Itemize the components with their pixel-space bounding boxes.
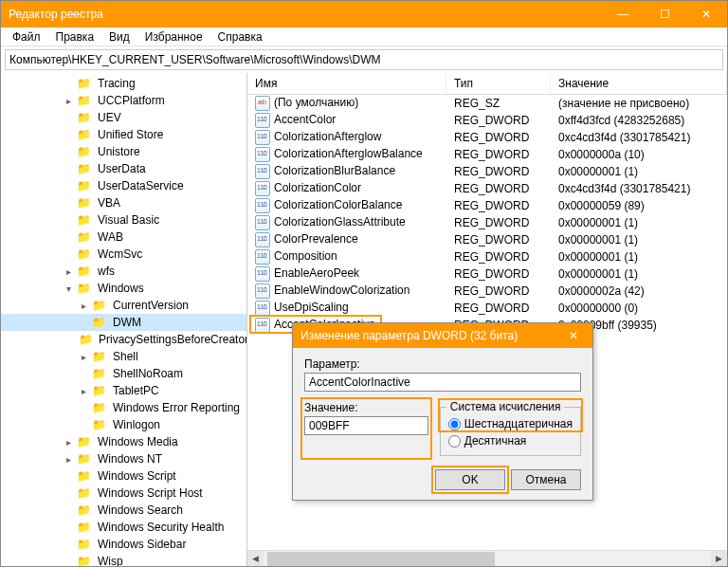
folder-icon: [92, 384, 107, 397]
tree-toggle-icon[interactable]: ▸: [62, 265, 75, 278]
tree-item-label: Windows Sidebar: [96, 538, 188, 551]
tree-item-shellnoroam[interactable]: ShellNoRoam: [1, 365, 246, 382]
tree-toggle-icon: [62, 213, 75, 227]
tree-item-uev[interactable]: UEV: [1, 109, 246, 126]
tree-item-uccplatform[interactable]: ▸UCCPlatform: [1, 92, 246, 109]
tree-item-currentversion[interactable]: ▸CurrentVersion: [1, 297, 246, 314]
tree-item-userdataservice[interactable]: UserDataService: [1, 177, 246, 194]
tree-toggle-icon[interactable]: ▸: [62, 452, 75, 466]
param-input[interactable]: [304, 373, 581, 392]
menu-view[interactable]: Вид: [101, 28, 137, 46]
tree-item-windows-script[interactable]: Windows Script: [1, 467, 246, 485]
value-row[interactable]: (По умолчанию)REG_SZ(значение не присвое…: [247, 95, 727, 112]
tree-item-windows-media[interactable]: ▸Windows Media: [1, 433, 246, 450]
tree-toggle-icon[interactable]: ▸: [62, 94, 75, 107]
value-row[interactable]: ColorizationColorREG_DWORD0xc4cd3f4d (33…: [247, 180, 727, 197]
tree-item-privacysettingsbeforecreator[interactable]: PrivacySettingsBeforeCreator: [1, 331, 246, 348]
tree-item-winlogon[interactable]: Winlogon: [1, 416, 246, 433]
tree-item-tabletpc[interactable]: ▸TabletPC: [1, 382, 246, 399]
tree-item-unistore[interactable]: Unistore: [1, 143, 246, 160]
tree-item-windows-sidebar[interactable]: Windows Sidebar: [1, 536, 246, 553]
dword-value-icon: [255, 301, 270, 316]
value-input[interactable]: [304, 416, 428, 435]
tree-item-windows-nt[interactable]: ▸Windows NT: [1, 450, 246, 467]
tree-item-windows-script-host[interactable]: Windows Script Host: [1, 485, 246, 502]
tree-toggle-icon: [62, 230, 75, 244]
tree-item-visual-basic[interactable]: Visual Basic: [1, 211, 246, 229]
folder-icon: [92, 299, 107, 312]
tree-item-windows-search[interactable]: Windows Search: [1, 502, 246, 519]
list-scroll-thumb[interactable]: [267, 552, 495, 566]
cancel-button[interactable]: Отмена: [511, 469, 581, 490]
scroll-right-icon[interactable]: ▶: [711, 551, 727, 567]
value-type: REG_SZ: [446, 97, 551, 110]
folder-icon: [92, 418, 107, 431]
tree-toggle-icon[interactable]: ▸: [62, 435, 75, 448]
tree-item-windows-security-health[interactable]: Windows Security Health: [1, 519, 246, 536]
tree-item-vba[interactable]: VBA: [1, 194, 246, 211]
tree-item-wab[interactable]: WAB: [1, 229, 246, 246]
col-name[interactable]: Имя: [247, 73, 446, 94]
tree-toggle-icon[interactable]: ▸: [77, 384, 90, 397]
address-text: Компьютер\HKEY_CURRENT_USER\Software\Mic…: [9, 53, 381, 66]
folder-icon: [77, 555, 92, 566]
value-label: Значение:: [304, 401, 428, 414]
value-data: (значение не присвоено): [551, 97, 727, 110]
value-row[interactable]: EnableAeroPeekREG_DWORD0x00000001 (1): [247, 265, 727, 283]
tree-toggle-icon[interactable]: ▸: [77, 299, 90, 312]
address-bar[interactable]: Компьютер\HKEY_CURRENT_USER\Software\Mic…: [5, 49, 723, 70]
tree-item-windows-error-reporting[interactable]: Windows Error Reporting: [1, 399, 246, 416]
value-row[interactable]: AccentColorREG_DWORD0xff4d3fcd (42832526…: [247, 112, 727, 129]
value-name: EnableWindowColorization: [274, 284, 410, 297]
tree-item-label: Windows NT: [96, 452, 164, 466]
menu-help[interactable]: Справка: [210, 28, 270, 46]
titlebar: Редактор реестра — ☐ ✕: [1, 1, 727, 27]
value-row[interactable]: EnableWindowColorizationREG_DWORD0x00000…: [247, 283, 727, 300]
tree-pane[interactable]: Tracing▸UCCPlatformUEVUnified StoreUnist…: [1, 73, 247, 566]
value-row[interactable]: ColorizationAfterglowBalanceREG_DWORD0x0…: [247, 146, 727, 163]
value-data: 0x00000059 (89): [551, 199, 727, 212]
maximize-button[interactable]: ☐: [644, 1, 685, 27]
ok-button[interactable]: OK: [435, 469, 505, 490]
dec-radio[interactable]: [448, 435, 461, 448]
value-row[interactable]: ColorizationAfterglowREG_DWORD0xc4cd3f4d…: [247, 129, 727, 146]
col-value[interactable]: Значение: [551, 73, 727, 94]
tree-item-windows[interactable]: ▾Windows: [1, 280, 246, 297]
folder-icon: [79, 333, 93, 346]
value-row[interactable]: CompositionREG_DWORD0x00000001 (1): [247, 248, 727, 265]
value-row[interactable]: ColorPrevalenceREG_DWORD0x00000001 (1): [247, 231, 727, 248]
value-row[interactable]: ColorizationColorBalanceREG_DWORD0x00000…: [247, 197, 727, 214]
tree-item-wcmsvc[interactable]: WcmSvc: [1, 246, 246, 263]
menu-file[interactable]: Файл: [5, 28, 48, 46]
list-scrollbar-h[interactable]: ◀ ▶: [247, 550, 727, 566]
folder-icon: [92, 401, 107, 414]
value-row[interactable]: UseDpiScalingREG_DWORD0x00000000 (0): [247, 300, 727, 317]
value-row[interactable]: ColorizationBlurBalanceREG_DWORD0x000000…: [247, 163, 727, 180]
tree-toggle-icon[interactable]: ▾: [62, 282, 75, 295]
scroll-left-icon[interactable]: ◀: [247, 551, 264, 567]
tree-item-wfs[interactable]: ▸wfs: [1, 263, 246, 280]
maximize-icon: ☐: [660, 8, 670, 21]
minimize-button[interactable]: —: [602, 1, 644, 27]
tree-toggle-icon: [62, 247, 75, 261]
tree-toggle-icon: [62, 162, 75, 175]
col-type[interactable]: Тип: [446, 73, 551, 94]
value-row[interactable]: ColorizationGlassAttributeREG_DWORD0x000…: [247, 214, 727, 231]
tree-item-unified-store[interactable]: Unified Store: [1, 126, 246, 143]
dialog-close-button[interactable]: ✕: [555, 323, 592, 348]
menu-favorites[interactable]: Избранное: [137, 28, 210, 46]
tree-item-label: UserDataService: [96, 179, 186, 192]
menu-edit[interactable]: Правка: [48, 28, 102, 46]
tree-toggle-icon[interactable]: ▸: [77, 350, 90, 363]
close-button[interactable]: ✕: [685, 1, 727, 27]
tree-item-wisp[interactable]: Wisp: [1, 553, 246, 566]
tree-toggle-icon: [62, 503, 75, 517]
hex-radio[interactable]: [448, 418, 461, 430]
tree-item-userdata[interactable]: UserData: [1, 160, 246, 177]
tree-item-tracing[interactable]: Tracing: [1, 75, 246, 92]
tree-item-shell[interactable]: ▸Shell: [1, 348, 246, 365]
value-name: Composition: [274, 249, 337, 263]
tree-item-label: CurrentVersion: [111, 299, 191, 312]
hex-label: Шестнадцатеричная: [464, 417, 573, 430]
tree-item-dwm[interactable]: DWM: [1, 314, 246, 331]
